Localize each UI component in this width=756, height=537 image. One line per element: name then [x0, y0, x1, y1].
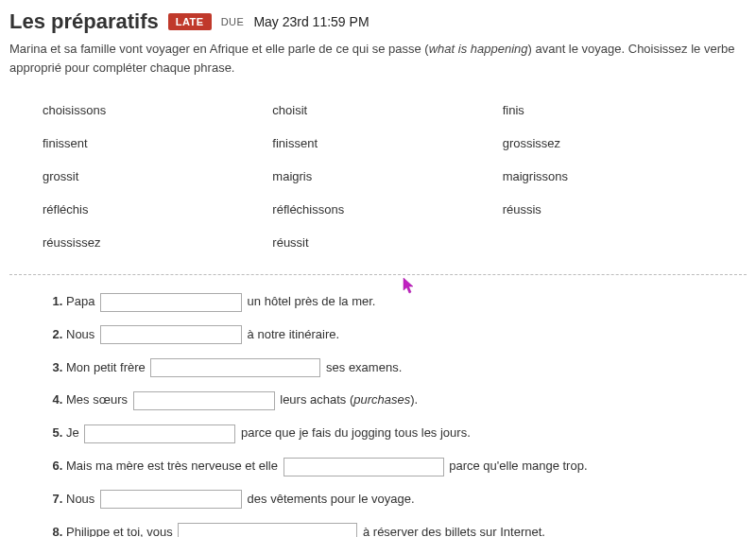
q4-after-italic: purchases: [353, 392, 410, 407]
q8-before: Philippe et toi, vous: [66, 525, 176, 537]
q4-before: Mes sœurs: [66, 392, 131, 407]
q3-after: ses examens.: [322, 360, 402, 374]
question-8: Philippe et toi, vous à réserver des bil…: [66, 523, 747, 537]
q3-before: Mon petit frère: [66, 360, 148, 374]
word-bank-item: grossissez: [503, 136, 713, 150]
question-3: Mon petit frère ses examens.: [66, 358, 747, 378]
word-bank-item: réfléchissons: [272, 202, 483, 217]
question-6: Mais ma mère est très nerveuse et elle p…: [66, 457, 747, 476]
q1-before: Papa: [66, 294, 98, 308]
q2-before: Nous: [66, 327, 98, 341]
q7-after: des vêtements pour le voyage.: [244, 492, 415, 506]
q5-before: Je: [66, 425, 82, 440]
due-label: DUE: [221, 16, 245, 27]
word-bank-item: maigris: [272, 169, 483, 183]
word-bank-item: choisissons: [43, 103, 253, 117]
word-bank: choisissons choisit finis finissent fini…: [9, 103, 747, 268]
section-divider: [9, 274, 747, 275]
question-1: Papa un hôtel près de la mer.: [66, 292, 747, 312]
q6-after: parce qu'elle mange trop.: [446, 459, 588, 473]
q4-after-post: ).: [410, 392, 418, 407]
question-7: Nous des vêtements pour le voyage.: [66, 490, 747, 510]
answer-input-2[interactable]: [100, 325, 242, 344]
q6-before: Mais ma mère est très nerveuse et elle: [66, 459, 282, 473]
word-bank-item: réussissez: [43, 235, 253, 250]
q5-after: parce que je fais du jogging tous les jo…: [237, 425, 470, 440]
word-bank-item: réussis: [503, 202, 713, 217]
due-date: May 23rd 11:59 PM: [253, 14, 369, 29]
assignment-header: Les préparatifs LATE DUE May 23rd 11:59 …: [9, 9, 747, 34]
answer-input-7[interactable]: [100, 490, 242, 509]
q4-after-pre: leurs achats (: [277, 392, 354, 407]
q1-after: un hôtel près de la mer.: [244, 294, 375, 308]
answer-input-4[interactable]: [133, 391, 275, 410]
question-5: Je parce que je fais du jogging tous les…: [66, 424, 747, 443]
question-4: Mes sœurs leurs achats (purchases).: [66, 390, 747, 410]
word-bank-item: réussit: [272, 235, 483, 250]
answer-input-5[interactable]: [84, 424, 235, 443]
instructions-italic: what is happening: [429, 42, 528, 56]
word-bank-item: finissent: [43, 136, 253, 150]
questions-section: Papa un hôtel près de la mer. Nous à not…: [9, 292, 747, 537]
question-2: Nous à notre itinéraire.: [66, 325, 747, 345]
answer-input-3[interactable]: [150, 358, 320, 377]
word-bank-item: réfléchis: [43, 202, 253, 217]
status-badge: LATE: [168, 13, 212, 30]
word-bank-item: finissent: [272, 136, 483, 150]
word-bank-item: grossit: [43, 169, 253, 183]
answer-input-8[interactable]: [178, 523, 357, 537]
answer-input-1[interactable]: [100, 293, 242, 312]
q7-before: Nous: [66, 492, 98, 506]
word-bank-item: maigrissons: [503, 169, 713, 183]
instructions-pre: Marina et sa famille vont voyager en Afr…: [9, 42, 429, 56]
word-bank-item: choisit: [272, 103, 483, 117]
answer-input-6[interactable]: [284, 458, 444, 476]
q2-after: à notre itinéraire.: [244, 327, 339, 341]
page-title: Les préparatifs: [9, 9, 159, 34]
word-bank-item: finis: [503, 103, 713, 117]
instructions-text: Marina et sa famille vont voyager en Afr…: [9, 40, 747, 77]
word-bank-item: [503, 235, 713, 250]
q8-after: à réserver des billets sur Internet.: [359, 525, 545, 537]
